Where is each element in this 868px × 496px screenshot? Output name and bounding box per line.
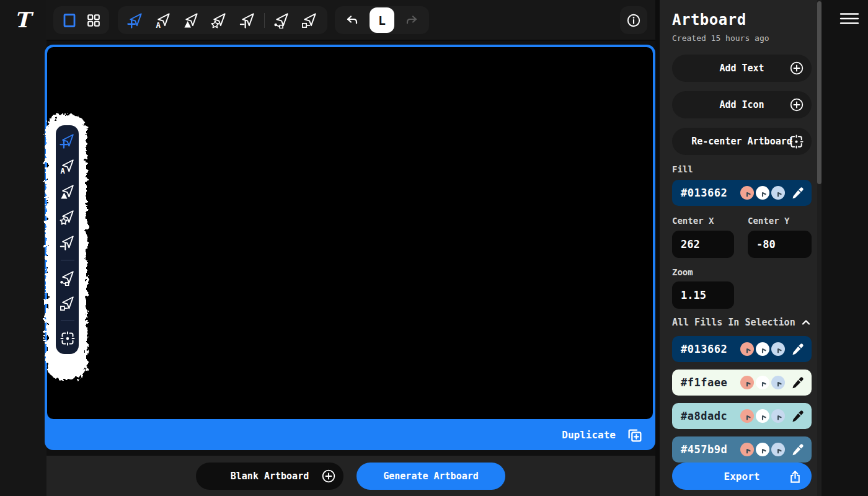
properties-sidebar: Artboard Created 15 hours ago Add Text A… bbox=[660, 0, 817, 496]
adjust-tool-button[interactable] bbox=[60, 234, 76, 250]
sidebar-subtitle: Created 15 hours ago bbox=[672, 33, 812, 43]
export-icon bbox=[787, 469, 803, 484]
history-group: L bbox=[335, 6, 429, 34]
move-tool-button[interactable] bbox=[125, 9, 147, 32]
artboard-tool-button[interactable] bbox=[58, 9, 81, 32]
app-root: T bbox=[0, 0, 868, 496]
eyedropper-button[interactable] bbox=[790, 409, 805, 423]
clock-icon bbox=[756, 342, 769, 356]
eyedropper-button[interactable] bbox=[790, 342, 805, 356]
artboard-canvas[interactable] bbox=[47, 47, 653, 419]
clock-icon bbox=[740, 409, 754, 423]
adjust-tool-button[interactable] bbox=[236, 9, 259, 32]
app-logo[interactable]: T bbox=[9, 6, 36, 33]
node-tool-button[interactable] bbox=[298, 9, 321, 32]
eyedropper-icon bbox=[790, 186, 805, 200]
clock-icon bbox=[771, 376, 785, 389]
clock-icon bbox=[771, 342, 785, 356]
all-fills-section-header[interactable]: All Fills In Selection bbox=[672, 317, 812, 328]
zoom-label: Zoom bbox=[672, 267, 812, 277]
info-button[interactable] bbox=[624, 9, 644, 32]
redo-icon bbox=[404, 13, 419, 28]
plus-circle-icon bbox=[789, 61, 804, 76]
fill-row[interactable]: #457b9d bbox=[672, 436, 812, 463]
selected-artboard[interactable]: Duplicate bbox=[45, 45, 655, 450]
center-y-input[interactable] bbox=[748, 231, 812, 258]
recent-color-swatch-salmon[interactable] bbox=[740, 186, 754, 200]
move-cursor-icon bbox=[127, 12, 144, 29]
shape-cursor-icon bbox=[60, 184, 76, 200]
shape-tool-button[interactable] bbox=[60, 184, 76, 200]
redo-button[interactable] bbox=[401, 9, 423, 32]
recent-color-swatch-white[interactable] bbox=[756, 443, 769, 456]
recent-color-swatch-blue[interactable] bbox=[771, 376, 785, 389]
recent-color-swatch-salmon[interactable] bbox=[740, 443, 754, 456]
undo-button[interactable] bbox=[341, 9, 363, 32]
clock-icon bbox=[771, 443, 785, 456]
eyedropper-button[interactable] bbox=[790, 376, 805, 390]
path-tool-button[interactable] bbox=[270, 9, 293, 32]
star-tool-button[interactable] bbox=[60, 209, 76, 225]
adjust-cursor-icon bbox=[239, 12, 256, 29]
grid-view-button[interactable] bbox=[82, 9, 105, 32]
zoom-input[interactable] bbox=[672, 281, 734, 309]
recent-color-swatch-white[interactable] bbox=[756, 342, 769, 356]
artboard-selection-bar: Duplicate bbox=[45, 419, 655, 450]
add-icon-button[interactable]: Add Icon bbox=[672, 91, 812, 118]
recent-color-swatch-blue[interactable] bbox=[771, 409, 785, 423]
fill-row[interactable]: #a8dadc bbox=[672, 403, 812, 429]
recenter-button[interactable] bbox=[60, 330, 76, 347]
recent-color-swatch-white[interactable] bbox=[756, 376, 769, 389]
text-tool-button[interactable] bbox=[60, 158, 76, 174]
recent-color-swatch-white[interactable] bbox=[756, 409, 769, 423]
left-rail: T bbox=[0, 0, 46, 496]
move-tool-button[interactable] bbox=[60, 133, 76, 149]
recent-color-swatch-blue[interactable] bbox=[771, 342, 785, 356]
menu-icon bbox=[839, 11, 859, 27]
recent-color-swatch-salmon[interactable] bbox=[740, 376, 754, 389]
clock-icon bbox=[771, 409, 785, 423]
eyedropper-icon bbox=[790, 443, 805, 457]
clock-icon bbox=[771, 186, 785, 200]
shape-tool-button[interactable] bbox=[180, 9, 203, 32]
recenter-artboard-button[interactable]: Re-center Artboard bbox=[672, 128, 812, 155]
recent-color-swatch-salmon[interactable] bbox=[740, 409, 754, 423]
fill-hex-value: #a8dadc bbox=[681, 410, 727, 422]
generate-artboard-label: Generate Artboard bbox=[383, 471, 479, 482]
fill-row[interactable]: #013662 bbox=[672, 336, 812, 362]
clock-icon bbox=[740, 376, 754, 389]
adjust-cursor-icon bbox=[60, 234, 76, 250]
add-text-button[interactable]: Add Text bbox=[672, 55, 812, 82]
fill-swatch-row[interactable]: #013662 bbox=[672, 180, 812, 206]
history-key-button[interactable]: L bbox=[370, 7, 394, 33]
generate-artboard-button[interactable]: Generate Artboard bbox=[356, 463, 505, 490]
info-icon bbox=[626, 12, 642, 29]
fill-hex-value: #f1faee bbox=[681, 376, 727, 389]
recent-color-swatch-blue[interactable] bbox=[771, 443, 785, 456]
clock-icon bbox=[756, 376, 769, 389]
star-tool-button[interactable] bbox=[208, 9, 231, 32]
blank-artboard-button[interactable]: Blank Artboard bbox=[196, 463, 343, 490]
fill-hex-value: #013662 bbox=[681, 343, 727, 355]
recent-color-swatch-white[interactable] bbox=[756, 186, 769, 200]
add-icon-label: Add Icon bbox=[719, 99, 764, 110]
duplicate-button[interactable] bbox=[623, 423, 645, 446]
right-rail bbox=[822, 0, 868, 496]
eyedropper-button[interactable] bbox=[790, 186, 805, 200]
star-cursor-icon bbox=[211, 12, 228, 29]
eyedropper-icon bbox=[790, 376, 805, 390]
toolbar-divider bbox=[61, 260, 74, 260]
recent-color-swatch-salmon[interactable] bbox=[740, 342, 754, 356]
recent-color-swatch-blue[interactable] bbox=[771, 186, 785, 200]
text-tool-button[interactable] bbox=[153, 9, 175, 32]
sidebar-scrollbar-thumb[interactable] bbox=[817, 1, 822, 184]
center-x-input[interactable] bbox=[672, 231, 734, 258]
fill-row[interactable]: #f1faee bbox=[672, 370, 812, 396]
node-tool-button[interactable] bbox=[60, 295, 76, 311]
clock-icon bbox=[756, 409, 769, 423]
bottom-bar: Blank Artboard Generate Artboard bbox=[46, 456, 655, 496]
hamburger-menu-button[interactable] bbox=[839, 9, 862, 29]
eyedropper-button[interactable] bbox=[790, 443, 805, 457]
path-tool-button[interactable] bbox=[60, 270, 76, 286]
export-button[interactable]: Export bbox=[672, 463, 812, 490]
